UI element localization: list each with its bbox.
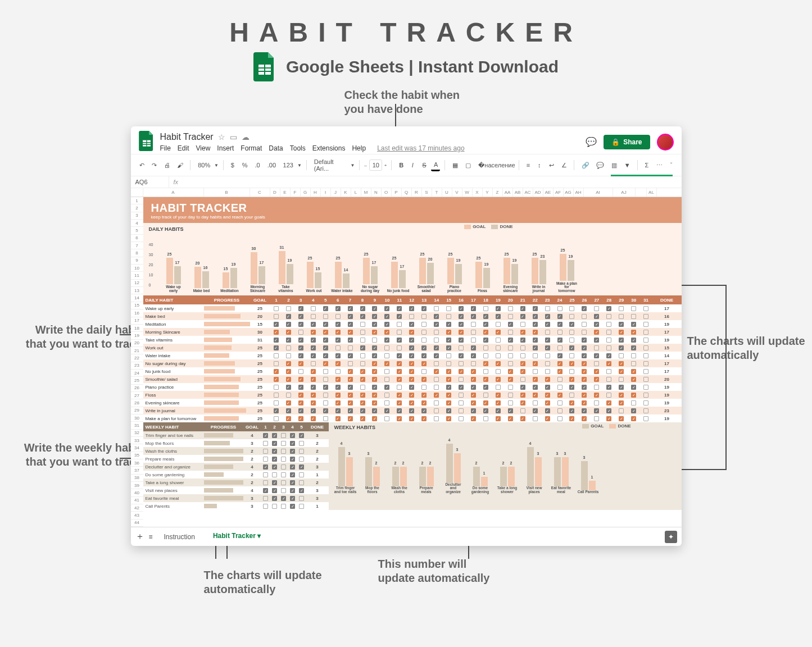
checkbox[interactable] <box>520 408 525 413</box>
menu-edit[interactable]: Edit <box>178 144 189 152</box>
checkbox[interactable] <box>384 393 389 398</box>
checkbox[interactable] <box>643 314 648 319</box>
checkbox[interactable]: ✓ <box>335 408 341 413</box>
star-icon[interactable]: ☆ <box>218 133 225 142</box>
checkbox[interactable] <box>459 361 464 366</box>
checkbox[interactable]: ✓ <box>335 393 341 398</box>
checkbox[interactable]: ✓ <box>421 408 427 413</box>
functions-button[interactable]: Σ <box>642 160 651 170</box>
col-header[interactable]: C <box>250 188 270 197</box>
doc-title[interactable]: Habit Tracker <box>160 132 214 142</box>
checkbox[interactable]: ✓ <box>520 393 525 398</box>
checkbox[interactable]: ✓ <box>434 314 439 319</box>
checkbox[interactable]: ✓ <box>446 338 451 343</box>
checkbox[interactable] <box>557 400 562 405</box>
checkbox[interactable]: ✓ <box>335 400 341 405</box>
checkbox[interactable]: ✓ <box>496 314 501 319</box>
checkbox[interactable] <box>434 377 439 382</box>
checkbox[interactable]: ✓ <box>348 377 353 382</box>
checkbox[interactable]: ✓ <box>471 416 476 421</box>
checkbox[interactable]: ✓ <box>483 361 488 366</box>
habit-name-cell[interactable]: Make a plan for tomorrow <box>143 416 204 421</box>
checkbox[interactable]: ✓ <box>582 338 587 343</box>
checkbox[interactable] <box>421 338 427 343</box>
last-edit[interactable]: Last edit was 17 minutes ago <box>377 144 464 152</box>
checkbox[interactable]: ✓ <box>545 338 550 343</box>
row-header[interactable]: 6 <box>131 235 143 242</box>
checkbox[interactable]: ✓ <box>434 322 439 327</box>
checkbox[interactable] <box>272 472 277 477</box>
checkbox[interactable]: ✓ <box>274 330 279 335</box>
checkbox[interactable] <box>299 457 304 462</box>
checkbox[interactable] <box>272 504 277 509</box>
checkbox[interactable]: ✓ <box>335 322 341 327</box>
checkbox[interactable] <box>508 385 513 390</box>
checkbox[interactable]: ✓ <box>348 369 353 374</box>
checkbox[interactable]: ✓ <box>471 385 476 390</box>
checkbox[interactable] <box>299 449 304 454</box>
checkbox[interactable] <box>606 322 611 327</box>
checkbox[interactable]: ✓ <box>311 322 316 327</box>
checkbox[interactable]: ✓ <box>520 338 525 343</box>
fontsize-dec[interactable]: – <box>364 163 366 168</box>
row-header[interactable]: 44 <box>131 520 143 527</box>
checkbox[interactable] <box>281 433 286 438</box>
fill-color-button[interactable]: ▦ <box>450 160 460 171</box>
checkbox[interactable]: ✓ <box>397 408 402 413</box>
checkbox[interactable]: ✓ <box>619 385 624 390</box>
borders-button[interactable]: ▢ <box>462 160 473 171</box>
checkbox[interactable]: ✓ <box>421 393 427 398</box>
col-header[interactable]: L <box>351 188 361 197</box>
name-box[interactable]: AQ6 <box>131 176 169 188</box>
checkbox[interactable]: ✓ <box>557 338 562 343</box>
checkbox[interactable] <box>434 361 439 366</box>
checkbox[interactable] <box>348 345 353 350</box>
checkbox[interactable]: ✓ <box>594 322 599 327</box>
checkbox[interactable]: ✓ <box>471 408 476 413</box>
menu-insert[interactable]: Insert <box>217 144 234 152</box>
checkbox[interactable]: ✓ <box>298 338 303 343</box>
checkbox[interactable]: ✓ <box>372 345 377 350</box>
menu-format[interactable]: Format <box>241 144 262 152</box>
checkbox[interactable]: ✓ <box>335 377 341 382</box>
col-header[interactable]: AH <box>574 188 584 197</box>
checkbox[interactable] <box>619 353 624 358</box>
habit-name-cell[interactable]: Write in journal <box>143 408 204 413</box>
checkbox[interactable]: ✓ <box>421 306 427 311</box>
checkbox[interactable]: ✓ <box>582 385 587 390</box>
checkbox[interactable]: ✓ <box>298 361 303 366</box>
checkbox[interactable]: ✓ <box>594 377 599 382</box>
checkbox[interactable]: ✓ <box>569 322 574 327</box>
checkbox[interactable]: ✓ <box>545 400 550 405</box>
checkbox[interactable] <box>643 385 648 390</box>
checkbox[interactable] <box>281 449 286 454</box>
redo-button[interactable]: ↷ <box>149 160 159 171</box>
checkbox[interactable]: ✓ <box>311 338 316 343</box>
checkbox[interactable] <box>483 345 488 350</box>
checkbox[interactable] <box>335 314 341 319</box>
checkbox[interactable]: ✓ <box>360 416 365 421</box>
checkbox[interactable] <box>434 330 439 335</box>
checkbox[interactable]: ✓ <box>286 385 291 390</box>
checkbox[interactable]: ✓ <box>631 322 636 327</box>
checkbox[interactable] <box>274 314 279 319</box>
checkbox[interactable]: ✓ <box>298 345 303 350</box>
checkbox[interactable] <box>397 322 402 327</box>
checkbox[interactable] <box>384 345 389 350</box>
checkbox[interactable]: ✓ <box>545 345 550 350</box>
checkbox[interactable] <box>286 393 291 398</box>
checkbox[interactable]: ✓ <box>372 416 377 421</box>
checkbox[interactable]: ✓ <box>569 361 574 366</box>
checkbox[interactable] <box>263 441 268 446</box>
habit-name-cell[interactable]: Evening skincare <box>143 400 204 405</box>
row-header[interactable]: 4 <box>131 220 143 227</box>
checkbox[interactable]: ✓ <box>409 361 414 366</box>
checkbox[interactable] <box>446 361 451 366</box>
checkbox[interactable]: ✓ <box>299 488 304 493</box>
checkbox[interactable]: ✓ <box>520 385 525 390</box>
checkbox[interactable]: ✓ <box>631 369 636 374</box>
menu-data[interactable]: Data <box>269 144 283 152</box>
goal-cell[interactable]: 25 <box>250 385 270 390</box>
checkbox[interactable]: ✓ <box>631 338 636 343</box>
checkbox[interactable]: ✓ <box>421 400 427 405</box>
